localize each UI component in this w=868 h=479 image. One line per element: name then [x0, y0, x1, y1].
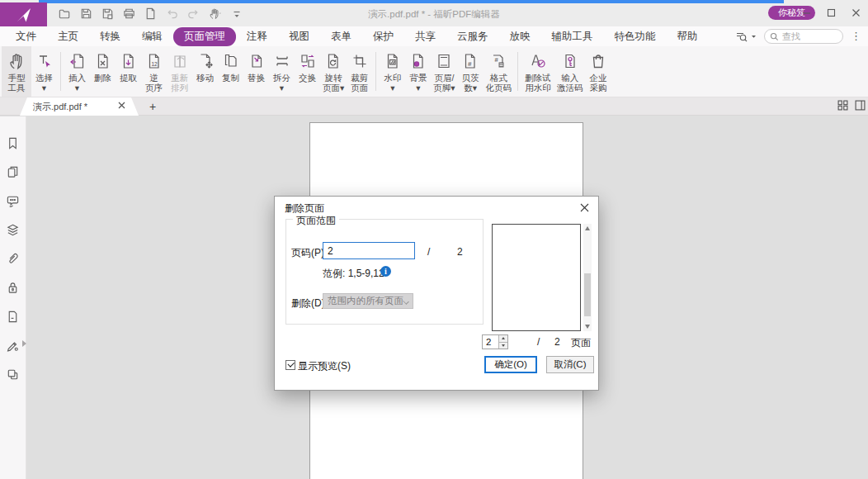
search-box[interactable]	[764, 29, 843, 44]
toolbar-separator	[375, 52, 376, 91]
close-button[interactable]	[848, 5, 863, 20]
toolbar-activation-code[interactable]: 输入 激活码	[554, 46, 586, 97]
toolbar-bates-numbering[interactable]: # 贝茨 数▾	[458, 46, 484, 97]
toolbar-replace[interactable]: 替换	[243, 46, 269, 97]
menu-comment[interactable]: 注释	[236, 27, 278, 46]
toolbar-watermark[interactable]: 水印 ▾	[380, 46, 405, 97]
toolbar-header-footer[interactable]: 页眉/ 页脚▾	[431, 46, 457, 97]
svg-text:#: #	[495, 56, 499, 64]
sidebar-collapse-arrow[interactable]	[22, 340, 26, 347]
attachments-icon[interactable]	[5, 250, 21, 267]
preview-scrollbar[interactable]	[583, 224, 592, 331]
maximize-button[interactable]	[823, 5, 838, 20]
toolbar-swap[interactable]: 交换	[295, 46, 320, 97]
spin-up-button[interactable]	[499, 335, 507, 342]
save-as-icon[interactable]	[101, 7, 115, 21]
preview-slash: /	[537, 336, 540, 348]
delete-mode-value: 范围内的所有页面	[328, 295, 403, 307]
toolbar-background[interactable]: 背景 ▾	[405, 46, 431, 97]
destinations-icon[interactable]	[5, 308, 21, 325]
page-number-input[interactable]	[323, 242, 415, 259]
open-folder-icon[interactable]	[58, 7, 72, 21]
toolbar-hand-tool[interactable]: 手型 工具	[2, 46, 31, 97]
toolbar-enterprise-purchase[interactable]: 企业 采购	[586, 46, 611, 97]
menu-convert[interactable]: 转换	[89, 27, 131, 46]
print-icon[interactable]	[122, 7, 136, 21]
redo-icon[interactable]	[186, 7, 200, 21]
toolbar-split[interactable]: 拆分 ▾	[269, 46, 295, 97]
menu-help[interactable]: 帮助	[667, 27, 709, 46]
app-logo[interactable]	[0, 2, 47, 26]
menu-features[interactable]: 特色功能	[604, 27, 667, 46]
toolbar-remove-trial-watermark[interactable]: 删除试 用水印	[521, 46, 554, 97]
scroll-up-icon[interactable]	[585, 226, 590, 230]
more-options-icon[interactable]: ⋮	[851, 32, 861, 40]
page-thumbnails-icon[interactable]	[5, 164, 21, 180]
remove-trial-watermark-icon	[529, 50, 547, 72]
panel-toggle-icon[interactable]	[854, 99, 866, 111]
menu-accessibility[interactable]: 辅助工具	[541, 27, 604, 46]
background-icon	[409, 50, 427, 72]
bookmark-icon[interactable]	[5, 135, 21, 151]
thumbnail-grid-icon[interactable]	[837, 99, 849, 111]
ok-button[interactable]: 确定(O)	[484, 356, 537, 373]
menu-protect[interactable]: 保护	[362, 27, 404, 46]
layers-icon[interactable]	[5, 221, 21, 238]
delete-mode-dropdown[interactable]: 范围内的所有页面	[323, 293, 413, 309]
svg-text:#: #	[468, 60, 472, 68]
enterprise-purchase-icon	[589, 50, 607, 72]
tab-close-icon[interactable]	[118, 102, 125, 109]
menu-presentation[interactable]: 放映	[499, 27, 541, 46]
toolbar-extract[interactable]: 提取	[116, 46, 141, 97]
info-icon[interactable]: i	[380, 266, 391, 277]
new-tab-button[interactable]: +	[145, 99, 160, 114]
toolbar-delete[interactable]: 删除	[90, 46, 116, 97]
hand-tool-icon[interactable]	[208, 7, 222, 21]
preview-unit-label: 页面	[571, 336, 591, 350]
toolbar-reverse-order[interactable]: 12 逆 页序	[141, 46, 167, 97]
show-preview-checkbox[interactable]	[285, 360, 295, 370]
toolbar-rotate-pages[interactable]: 旋转 页面▾	[320, 46, 347, 97]
menu-form[interactable]: 表单	[320, 27, 362, 46]
menu-page-management[interactable]: 页面管理	[173, 27, 236, 46]
rotate-page-icon	[324, 50, 342, 72]
comments-icon[interactable]	[5, 192, 21, 209]
document-tab-bar: 演示.pdf.pdf * +	[0, 97, 868, 116]
menu-home[interactable]: 主页	[47, 27, 89, 46]
scrollbar-thumb[interactable]	[584, 273, 591, 316]
cancel-button[interactable]: 取消(C)	[546, 356, 594, 373]
hand-tool-icon	[7, 50, 26, 72]
toolbar-format-page-numbers[interactable]: # 格式 化页码	[484, 46, 515, 97]
linked-pages-icon[interactable]	[5, 366, 21, 382]
scroll-down-icon[interactable]	[585, 325, 590, 329]
signature-icon[interactable]	[5, 337, 21, 353]
preview-page-value: 2	[486, 337, 491, 347]
move-page-icon	[196, 50, 215, 72]
security-lock-icon[interactable]	[5, 279, 21, 296]
menu-file[interactable]: 文件	[5, 27, 47, 46]
preview-page-spinner[interactable]: 2	[482, 334, 508, 349]
toolbar-insert[interactable]: 插入 ▾	[64, 46, 90, 97]
dialog-close-icon[interactable]	[578, 202, 590, 213]
search-input[interactable]	[782, 31, 832, 41]
document-tab[interactable]: 演示.pdf.pdf *	[20, 97, 139, 116]
crop-page-icon	[351, 50, 369, 72]
undo-icon[interactable]	[165, 7, 179, 21]
window-controls	[799, 5, 863, 20]
find-tool-icon[interactable]	[735, 31, 757, 43]
toolbar-separator	[60, 52, 61, 91]
menu-share[interactable]: 共享	[404, 27, 446, 46]
menu-view[interactable]: 视图	[278, 27, 320, 46]
menu-cloud[interactable]: 云服务	[446, 27, 499, 46]
toolbar-select[interactable]: 选择 ▾	[31, 46, 57, 97]
toolbar-move[interactable]: 移动	[192, 46, 218, 97]
toolbar-copy[interactable]: 复制	[218, 46, 243, 97]
spin-down-button[interactable]	[499, 342, 507, 349]
menu-edit[interactable]: 编辑	[131, 27, 173, 46]
page-icon[interactable]	[144, 7, 158, 21]
toolbar-crop-pages[interactable]: 裁剪 页面	[347, 46, 372, 97]
customize-toolbar-icon[interactable]	[229, 7, 243, 21]
minimize-button[interactable]	[799, 5, 814, 20]
save-icon[interactable]	[79, 7, 93, 21]
split-icon	[273, 50, 291, 72]
